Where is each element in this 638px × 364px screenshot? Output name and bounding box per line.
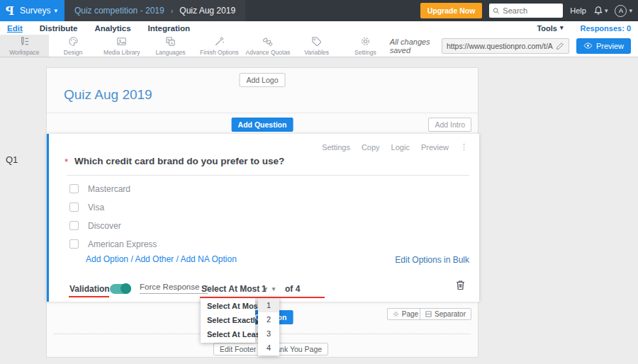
separator-button[interactable]: Separator <box>420 308 471 320</box>
count-option-2[interactable]: 2 <box>258 312 279 326</box>
toolbar-item-finish-options[interactable]: Finish Options <box>195 35 244 57</box>
checkbox[interactable] <box>69 184 79 193</box>
top-bar: P Surveys ▾ Quiz competition - 2019 › Qu… <box>0 0 638 21</box>
advance-quotas-icon <box>262 35 274 47</box>
add-logo-button[interactable]: Add Logo <box>240 73 286 87</box>
edit-options-in-bulk-link[interactable]: Edit Options in Bulk <box>395 255 469 265</box>
toolbar-item-design[interactable]: Design <box>49 35 98 57</box>
surveys-label: Surveys <box>20 6 50 16</box>
tools-menu[interactable]: Tools ▾ <box>537 24 563 33</box>
add-intro-button[interactable]: Add Intro <box>428 118 471 132</box>
survey-toolbar: Workspace Design Media Library A Languag… <box>0 35 638 57</box>
validation-annotation-underline <box>69 296 109 297</box>
workspace-icon <box>18 35 30 47</box>
bell-icon <box>593 6 603 16</box>
finish-options-icon <box>213 35 225 47</box>
page-break-icon <box>393 311 399 317</box>
chevron-down-icon: ▾ <box>629 8 632 14</box>
questionpro-logo[interactable]: P <box>6 4 14 18</box>
toolbar-item-label: Finish Options <box>200 49 238 56</box>
toolbar-item-languages[interactable]: A Languages <box>146 35 195 57</box>
question-copy-link[interactable]: Copy <box>362 143 380 152</box>
count-selected-value: 1 <box>262 284 267 294</box>
checkbox[interactable] <box>69 221 79 230</box>
search-box <box>489 4 563 18</box>
separator-icon <box>425 311 432 317</box>
nav-tab-analytics[interactable]: Analytics <box>94 24 130 33</box>
notifications-menu[interactable]: ▾ <box>593 6 608 16</box>
question-settings-link[interactable]: Settings <box>322 143 350 152</box>
question-text[interactable]: Which credit card brand do you prefer to… <box>74 156 284 166</box>
toolbar-item-advance-quotas[interactable]: Advance Quotas <box>244 35 293 57</box>
survey-url-input[interactable] <box>447 42 553 50</box>
rule-selected-value: Select At Most <box>201 284 259 294</box>
toolbar-item-media-library[interactable]: Media Library <box>97 35 146 57</box>
question-logic-link[interactable]: Logic <box>391 143 410 152</box>
count-option-4[interactable]: 4 <box>258 341 279 355</box>
question-card: Settings Copy Logic Preview ⋮ * Which cr… <box>47 134 479 302</box>
question-menu: Settings Copy Logic Preview ⋮ <box>322 142 468 152</box>
settings-icon <box>359 35 371 47</box>
toggle-knob <box>121 283 131 294</box>
variables-icon <box>310 35 323 47</box>
answer-option-row: Visa <box>69 203 157 212</box>
eye-icon <box>583 42 593 49</box>
question-underline <box>67 175 469 176</box>
add-option-link[interactable]: Add Option <box>86 254 128 264</box>
search-input[interactable] <box>503 6 559 15</box>
answer-options: Mastercard Visa Discover American Expres… <box>69 184 157 249</box>
force-response-label: Force Response <box>140 283 199 291</box>
option-label[interactable]: Visa <box>88 203 104 212</box>
toolbar-item-label: Design <box>64 49 82 56</box>
autosave-status: All changes saved <box>390 38 435 55</box>
responses-count[interactable]: Responses: 0 <box>580 24 631 33</box>
toolbar-item-variables[interactable]: Variables <box>292 35 341 57</box>
checkbox[interactable] <box>69 239 79 249</box>
survey-title[interactable]: Quiz Aug 2019 <box>64 87 152 103</box>
preview-button[interactable]: Preview <box>576 38 631 54</box>
validation-rule-dropdown[interactable]: Select At Most ▾ <box>201 284 267 294</box>
option-label[interactable]: Discover <box>88 221 121 231</box>
chevron-down-icon: ▾ <box>560 25 564 31</box>
option-label[interactable]: American Express <box>88 239 157 249</box>
force-response-dropdown[interactable]: Force Response ▾ <box>140 283 208 294</box>
rule-option-select-at-most[interactable]: Select At Most <box>201 299 255 313</box>
add-na-option-link[interactable]: Add NA Option <box>180 254 236 264</box>
count-option-1[interactable]: 1 <box>258 298 279 312</box>
delete-question-button[interactable] <box>456 280 465 293</box>
add-other-link[interactable]: Add Other <box>135 254 174 264</box>
help-link[interactable]: Help <box>570 6 586 15</box>
breadcrumb: Quiz competition - 2019 › Quiz Aug 2019 <box>65 0 245 21</box>
breadcrumb-parent[interactable]: Quiz competition - 2019 <box>74 6 164 16</box>
question-preview-link[interactable]: Preview <box>421 143 449 152</box>
account-menu[interactable]: A ▾ <box>615 5 632 17</box>
toolbar-item-label: Variables <box>304 49 329 56</box>
nav-tab-edit[interactable]: Edit <box>7 24 23 33</box>
add-question-button-top[interactable]: Add Question <box>232 118 293 132</box>
validation-count-dropdown[interactable]: 1 ▾ <box>262 284 275 294</box>
brand-area: P Surveys ▾ <box>0 0 65 21</box>
upgrade-now-button[interactable]: Upgrade Now <box>420 3 483 18</box>
validation-toggle[interactable] <box>110 284 131 294</box>
nav-tab-distribute[interactable]: Distribute <box>40 24 78 33</box>
toolbar-item-settings[interactable]: Settings <box>341 35 390 57</box>
chevron-down-icon: ▾ <box>54 8 57 14</box>
nav-right: Tools ▾ Responses: 0 <box>537 24 631 33</box>
option-label[interactable]: Mastercard <box>88 184 130 194</box>
rule-option-select-exactly[interactable]: Select Exactly <box>201 313 255 327</box>
rule-option-select-at-least[interactable]: Select At Least <box>201 327 255 341</box>
more-vertical-icon[interactable]: ⋮ <box>460 142 468 152</box>
count-option-3[interactable]: 3 <box>258 326 279 341</box>
of-total-label: of 4 <box>285 284 300 294</box>
edit-pencil-icon[interactable] <box>556 42 564 50</box>
survey-url-field <box>442 38 569 54</box>
nav-tab-integration[interactable]: Integration <box>148 24 190 33</box>
rule-dropdown-panel: Select At Most Select Exactly Select At … <box>201 297 255 343</box>
surveys-menu[interactable]: Surveys ▾ <box>20 6 57 16</box>
toolbar-item-workspace[interactable]: Workspace <box>0 35 49 57</box>
toolbar-item-label: Workspace <box>9 49 39 56</box>
title-divider <box>47 113 478 113</box>
app-root: P Surveys ▾ Quiz competition - 2019 › Qu… <box>0 0 638 364</box>
checkbox[interactable] <box>69 203 79 212</box>
edit-footer-button[interactable]: Edit Footer <box>213 343 262 356</box>
